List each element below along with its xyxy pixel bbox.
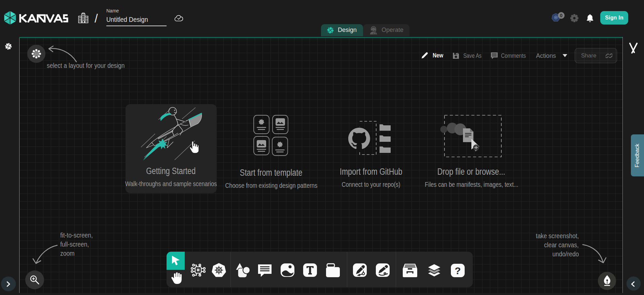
svg-text:0: 0 xyxy=(560,13,563,18)
svg-text:?: ? xyxy=(455,265,461,276)
